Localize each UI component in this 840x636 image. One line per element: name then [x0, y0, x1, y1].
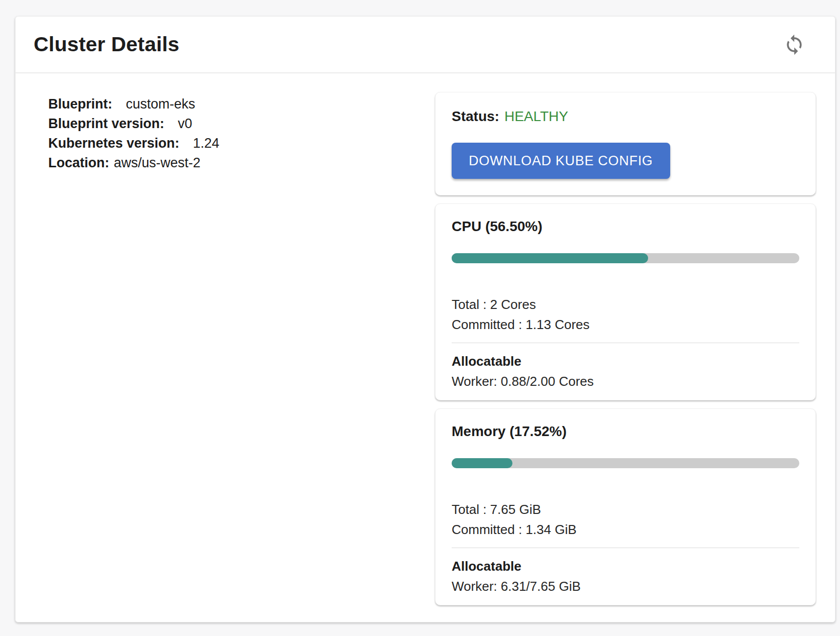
cpu-committed: Committed : 1.13 Cores — [452, 314, 799, 335]
cpu-allocatable-label: Allocatable — [452, 351, 799, 371]
refresh-sync-icon — [783, 34, 805, 56]
status-label: Status: — [452, 109, 499, 124]
status-card: Status:HEALTHY DOWNLOAD KUBE CONFIG — [435, 92, 816, 195]
cpu-progress-bar — [452, 253, 799, 263]
detail-label: Location: — [48, 155, 110, 170]
refresh-button[interactable] — [783, 33, 806, 56]
cpu-card: CPU (56.50%) Total : 2 Cores Committed :… — [435, 203, 816, 400]
detail-value: custom-eks — [126, 96, 195, 112]
detail-value: v0 — [178, 116, 192, 131]
detail-value: 1.24 — [193, 136, 220, 151]
detail-value: aws/us-west-2 — [114, 155, 201, 170]
cpu-title: CPU (56.50%) — [452, 218, 799, 235]
memory-card: Memory (17.52%) Total : 7.65 GiB Committ… — [435, 408, 816, 605]
detail-label: Blueprint: — [48, 96, 113, 112]
panel-body: Blueprint:custom-eks Blueprint version:v… — [16, 73, 835, 605]
memory-allocatable-value: Worker: 6.31/7.65 GiB — [452, 576, 799, 596]
memory-progress-fill — [452, 458, 512, 468]
metrics-column: Status:HEALTHY DOWNLOAD KUBE CONFIG CPU … — [435, 92, 816, 605]
memory-allocatable-label: Allocatable — [452, 556, 799, 576]
download-kube-config-button[interactable]: DOWNLOAD KUBE CONFIG — [452, 143, 670, 179]
cpu-allocatable-value: Worker: 0.88/2.00 Cores — [452, 371, 799, 391]
panel-header: Cluster Details — [16, 17, 835, 73]
memory-total: Total : 7.65 GiB — [452, 499, 799, 519]
memory-progress-bar — [452, 458, 799, 468]
detail-blueprint-version: Blueprint version:v0 — [48, 114, 435, 134]
page-title: Cluster Details — [34, 33, 179, 56]
detail-blueprint: Blueprint:custom-eks — [48, 94, 435, 114]
detail-kubernetes-version: Kubernetes version:1.24 — [48, 134, 435, 153]
cpu-total: Total : 2 Cores — [452, 294, 799, 314]
cluster-info-list: Blueprint:custom-eks Blueprint version:v… — [33, 92, 435, 605]
divider — [452, 343, 799, 343]
detail-location: Location:aws/us-west-2 — [48, 153, 435, 173]
memory-committed: Committed : 1.34 GiB — [452, 519, 799, 540]
memory-title: Memory (17.52%) — [452, 423, 799, 440]
cluster-details-panel: Cluster Details Blueprint:custom-eks Blu… — [15, 16, 835, 622]
detail-label: Blueprint version: — [48, 116, 164, 131]
detail-label: Kubernetes version: — [48, 136, 179, 151]
status-line: Status:HEALTHY — [452, 105, 799, 128]
cpu-progress-fill — [452, 253, 648, 263]
divider — [452, 548, 799, 548]
status-badge: HEALTHY — [504, 109, 568, 124]
